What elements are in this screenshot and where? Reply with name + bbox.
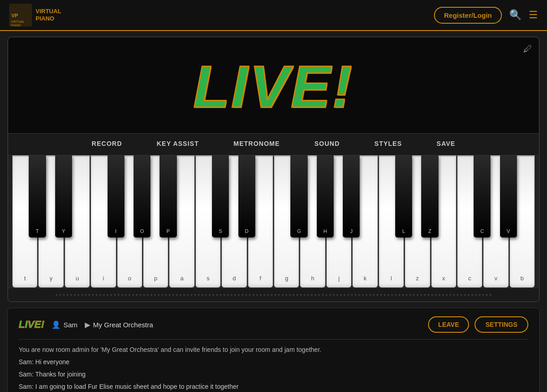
black-key-label-H: H	[323, 228, 327, 234]
black-key-label-C: C	[480, 228, 484, 234]
pedal-dot	[150, 294, 152, 296]
room-icon: ▶	[85, 320, 90, 329]
pedal-dot	[220, 294, 222, 296]
pedal-dot	[442, 294, 444, 296]
pedal-dot	[369, 294, 371, 296]
pedal-dot	[223, 294, 225, 296]
search-icon[interactable]: 🔍	[509, 9, 521, 21]
chat-message-0: You are now room admin for 'My Great Orc…	[19, 345, 528, 355]
pedal-dot	[183, 294, 185, 296]
pedal-dot	[249, 294, 251, 296]
pedal-dot	[344, 294, 346, 296]
live-label: LIVE!	[19, 319, 44, 330]
pedal-dot	[420, 294, 422, 296]
white-key-label-d: d	[232, 275, 236, 282]
register-login-button[interactable]: Register/Login	[434, 7, 502, 24]
pedal-dot	[325, 294, 327, 296]
toolbar-sound[interactable]: SOUND	[297, 134, 357, 155]
black-key-C[interactable]: C	[474, 155, 490, 237]
header-right: Register/Login 🔍 ☰	[434, 7, 538, 24]
header-actions: LEAVE SETTINGS	[428, 316, 528, 333]
pedal-dot	[453, 294, 455, 296]
pedal-dot	[479, 294, 480, 296]
pedal-dot	[56, 294, 57, 296]
black-key-label-L: L	[402, 228, 405, 234]
black-key-O[interactable]: O	[134, 155, 150, 237]
pedal-dot	[315, 294, 316, 296]
pedal-dot	[74, 294, 76, 296]
pedal-dot	[267, 294, 269, 296]
white-key-label-h: h	[311, 275, 315, 282]
chat-message-1: Sam: Hi everyone	[19, 357, 528, 367]
toolbar-metronome[interactable]: METRONOME	[216, 134, 297, 155]
toolbar-save[interactable]: SAVE	[419, 134, 473, 155]
black-key-V[interactable]: V	[500, 155, 517, 237]
pedal-dot	[172, 294, 174, 296]
black-key-P[interactable]: P	[160, 155, 176, 237]
black-key-J[interactable]: J	[343, 155, 360, 237]
pedal-dot	[431, 294, 433, 296]
black-key-L[interactable]: L	[395, 155, 412, 237]
black-key-T[interactable]: T	[29, 155, 46, 237]
pedal-dot	[449, 294, 451, 296]
pedal-dot	[413, 294, 415, 296]
pedal-dot	[340, 294, 342, 296]
pedal-dot	[435, 294, 437, 296]
pedal-dot	[464, 294, 466, 296]
pedal-dot	[271, 294, 273, 296]
pedal-dot	[88, 294, 90, 296]
toolbar-styles[interactable]: STYLES	[357, 134, 419, 155]
pedal-dot	[486, 294, 488, 296]
pedal-dot	[457, 294, 459, 296]
edit-icon[interactable]: 🖊	[523, 44, 532, 54]
toolbar-record[interactable]: RECORD	[74, 134, 139, 155]
pedal-dot	[391, 294, 393, 296]
black-key-label-S: S	[219, 228, 222, 234]
logo-area: VP VIRTUAL PIANO VirtualPiano	[9, 4, 61, 26]
pedal-dot	[92, 294, 94, 296]
pedal-dot	[351, 294, 353, 296]
pedal-dot	[468, 294, 470, 296]
black-key-H[interactable]: H	[317, 155, 334, 237]
pedal-dot	[81, 294, 83, 296]
black-key-Z[interactable]: Z	[421, 155, 438, 237]
white-key-label-l: l	[391, 275, 392, 282]
white-key-label-b: b	[521, 275, 524, 282]
pedal-dot	[231, 294, 232, 296]
pedal-dot	[77, 294, 79, 296]
live-bottom-header: LIVE! 👤 Sam ▶ My Great Orchestra LEAVE S…	[19, 316, 528, 333]
black-key-S[interactable]: S	[212, 155, 229, 237]
pedal-dot	[355, 294, 356, 296]
black-key-I[interactable]: I	[108, 155, 124, 237]
black-key-label-V: V	[506, 228, 510, 234]
toolbar-key-assist[interactable]: KEY ASSIST	[139, 134, 216, 155]
white-key-label-i: i	[103, 275, 104, 282]
pedal-dot	[70, 294, 72, 296]
pedal-dot	[380, 294, 382, 296]
white-key-label-p: p	[154, 275, 157, 282]
piano-toolbar: RECORD KEY ASSIST METRONOME SOUND STYLES…	[8, 133, 539, 155]
black-key-D[interactable]: D	[238, 155, 255, 237]
settings-button[interactable]: SETTINGS	[475, 316, 528, 333]
white-key-label-s: s	[206, 275, 210, 282]
pedal-dot	[227, 294, 229, 296]
pedal-dot	[402, 294, 404, 296]
black-key-Y[interactable]: Y	[55, 155, 72, 237]
pedal-dot	[110, 294, 112, 296]
pedal-dot	[322, 294, 324, 296]
leave-button[interactable]: LEAVE	[428, 316, 469, 333]
pedal-dot	[198, 294, 200, 296]
username-label: Sam	[63, 321, 77, 329]
pedal-dot	[428, 294, 429, 296]
pedal-dot	[234, 294, 236, 296]
black-key-G[interactable]: G	[290, 155, 307, 237]
pedal-dot	[358, 294, 360, 296]
pedal-dot	[201, 294, 203, 296]
pedal-dot	[103, 294, 105, 296]
white-key-label-j: j	[338, 275, 340, 282]
pedal-dot	[260, 294, 262, 296]
live-bottom-section: LIVE! 👤 Sam ▶ My Great Orchestra LEAVE S…	[7, 308, 540, 392]
pedal-dot	[253, 294, 254, 296]
menu-icon[interactable]: ☰	[529, 9, 538, 21]
white-key-label-o: o	[128, 275, 131, 282]
